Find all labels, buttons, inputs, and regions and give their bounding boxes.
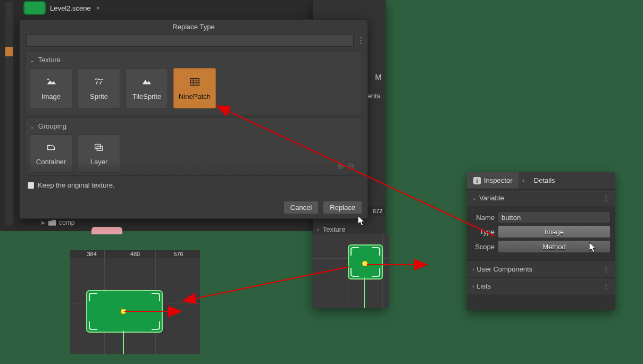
ruler-tick: 576 [173,251,183,257]
tab-details[interactable]: Details [528,172,562,189]
canvas-large-preview: 384 480 576 [70,250,200,354]
section-label: User Components [477,265,532,273]
svg-point-9 [48,145,50,146]
type-card-label: NinePatch [179,92,211,100]
name-input-value: button [502,214,521,222]
inspector-lists-section: ›Lists [467,277,615,294]
field-label-type: Type [471,228,495,236]
checkbox-icon[interactable] [27,182,35,189]
stem-line [364,277,365,308]
gutter-highlight [5,47,13,56]
scope-value: Method [542,243,565,251]
type-card-sprite[interactable]: Sprite [78,68,120,108]
chevron-down-icon: ⌄ [472,195,477,201]
svg-marker-0 [47,80,56,84]
container-icon [45,142,57,153]
tree-expand-icon[interactable]: ▶ [41,220,45,225]
name-input[interactable]: button [498,211,611,223]
section-menu-icon[interactable] [603,194,609,202]
texture-section-label: Texture [323,225,346,233]
inspector-panel: i Inspector › Details ⌄Variable Name but… [467,172,615,310]
anchor-handle[interactable] [120,308,127,315]
tab-filename: Level2.scene [48,2,93,14]
tilesprite-icon [141,77,153,87]
texture-section: ⌄ Texture Image Sprite TileSprite [25,51,362,114]
inspector-user-components-section: ›User Components [467,260,615,277]
type-card-label: Image [41,92,61,100]
field-label-name: Name [471,214,495,222]
tab-label: Details [534,176,555,184]
inspector-variable-section: ⌄Variable Name button Type Image Scope M… [467,189,615,260]
tree-folder-label: comp [59,219,74,226]
anchor-handle[interactable] [362,260,368,267]
breadcrumb-chevron-icon: › [522,176,524,184]
type-card-ninepatch[interactable]: NinePatch [173,68,216,108]
dialog-menu-icon[interactable] [357,39,362,42]
grouping-section-label: Grouping [38,122,66,130]
grouping-section-toggle[interactable]: ⌄ Grouping [30,121,357,134]
section-menu-icon[interactable] [603,265,609,273]
canvas-small-preview [332,234,389,308]
texture-section-toggle[interactable]: ⌄ Texture [30,55,357,68]
pink-asset-chip [91,227,122,234]
chevron-right-icon: › [472,266,474,272]
stem-line [123,331,124,354]
folder-icon [48,220,56,226]
chevron-down-icon: ⌄ [30,57,34,63]
section-label: Variable [479,194,504,202]
type-card-label: TileSprite [132,92,161,100]
ruler-tick: 384 [87,251,96,257]
tab-inspector[interactable]: i Inspector [467,172,519,189]
ninepatch-icon [189,77,201,87]
dialog-search-input[interactable] [26,34,354,47]
scope-dropdown[interactable]: Method [498,240,611,253]
type-card-image[interactable]: Image [30,68,72,108]
grouping-section: ⌄ Grouping Container Layer ⊕⊖ [25,117,362,176]
inspector-user-components-toggle[interactable]: ›User Components [467,261,615,277]
svg-rect-4 [190,78,199,85]
replace-type-dialog: Replace Type ⌄ Texture Image Sprite [19,19,368,219]
tree-row-comp[interactable]: ▶ comp [41,219,74,226]
chevron-down-icon: ⌄ [30,124,34,130]
type-dropdown[interactable]: Image [498,225,611,238]
keep-texture-checkbox[interactable]: Keep the original texture. [20,179,368,189]
keep-texture-label: Keep the original texture. [38,181,115,189]
sprite-icon [93,77,105,87]
tab-label: Inspector [484,176,512,184]
editor-gutter [5,2,13,225]
canvas-ruler: 384 480 576 [70,250,200,258]
chevron-right-icon: › [317,227,319,233]
info-icon: i [473,177,481,184]
ruler-tick: 672 [373,208,382,214]
tab-close-icon[interactable]: × [95,5,99,11]
field-label-scope: Scope [471,243,495,251]
section-menu-icon[interactable] [603,282,609,290]
cancel-button[interactable]: Cancel [283,201,319,214]
section-label: Lists [477,282,491,290]
inspector-lists-toggle[interactable]: ›Lists [467,278,615,294]
type-value: Image [545,228,564,236]
type-card-tilesprite[interactable]: TileSprite [126,68,168,108]
inspector-tabbar: i Inspector › Details [467,172,615,189]
type-card-label: Sprite [90,92,108,100]
ruler-tick: 480 [130,251,140,257]
chevron-right-icon: › [472,283,474,289]
texture-section-label: Texture [38,56,61,64]
svg-point-1 [47,78,49,80]
image-icon [45,77,57,87]
scene-file-icon [23,1,46,15]
layer-icon [93,142,105,153]
dialog-title: Replace Type [20,20,368,33]
editor-tab[interactable]: Level2.scene × [23,0,99,16]
inspector-variable-toggle[interactable]: ⌄Variable [467,190,615,206]
replace-button[interactable]: Replace [323,201,362,214]
